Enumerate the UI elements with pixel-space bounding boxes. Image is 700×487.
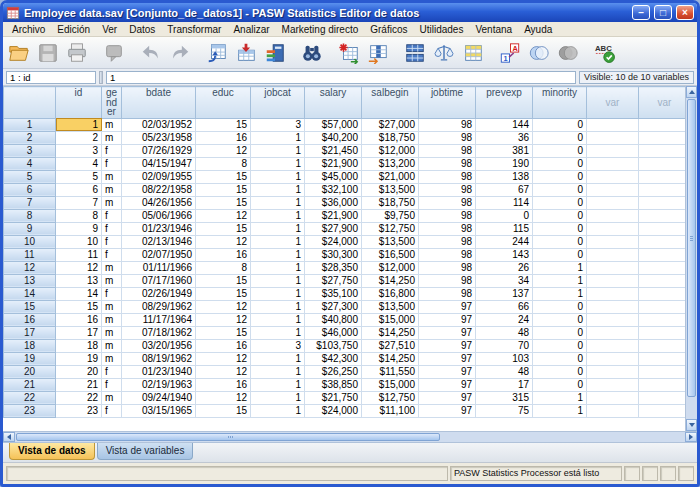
grid-cell[interactable]: 1 <box>251 235 305 248</box>
grid-cell[interactable]: 16 <box>56 313 102 326</box>
grid-cell[interactable]: 12 <box>196 144 251 157</box>
grid-cell[interactable]: 98 <box>419 274 476 287</box>
grid-cell[interactable]: m <box>102 300 122 313</box>
grid-cell[interactable]: 97 <box>419 300 476 313</box>
scroll-up-arrow-icon[interactable] <box>686 86 697 98</box>
grid-cell[interactable]: 315 <box>476 391 533 404</box>
row-header-17[interactable]: 17 <box>4 326 56 339</box>
menu-item-archivo[interactable]: Archivo <box>6 24 51 35</box>
row-header-14[interactable]: 14 <box>4 287 56 300</box>
grid-cell[interactable]: 36 <box>476 131 533 144</box>
grid-cell[interactable]: 12 <box>56 261 102 274</box>
grid-cell[interactable]: 12 <box>196 235 251 248</box>
grid-cell[interactable]: $27,300 <box>305 300 362 313</box>
grid-cell[interactable]: 15 <box>56 300 102 313</box>
grid-cell[interactable]: 114 <box>476 196 533 209</box>
corner-cell[interactable] <box>4 87 56 119</box>
grid-cell[interactable]: 1 <box>251 352 305 365</box>
grid-cell[interactable]: 98 <box>419 144 476 157</box>
grid-cell[interactable]: 1 <box>251 209 305 222</box>
grid-cell[interactable]: 19 <box>56 352 102 365</box>
grid-cell[interactable]: 0 <box>533 352 587 365</box>
grid-cell[interactable]: m <box>102 352 122 365</box>
grid-cell[interactable]: 0 <box>533 300 587 313</box>
scroll-right-arrow-icon[interactable] <box>685 432 697 442</box>
grid-cell[interactable]: 0 <box>533 131 587 144</box>
row-header-22[interactable]: 22 <box>4 391 56 404</box>
grid-cell[interactable]: 0 <box>533 196 587 209</box>
grid-cell[interactable]: 97 <box>419 378 476 391</box>
grid-cell[interactable]: 8 <box>196 261 251 274</box>
grid-cell[interactable]: 1 <box>251 261 305 274</box>
grid-cell[interactable]: 05/23/1958 <box>122 131 196 144</box>
grid-cell[interactable] <box>639 287 686 300</box>
grid-cell[interactable]: 02/09/1955 <box>122 170 196 183</box>
grid-cell[interactable]: 0 <box>533 183 587 196</box>
value-labels-icon[interactable]: A1 <box>497 40 522 66</box>
grid-cell[interactable]: 138 <box>476 170 533 183</box>
grid-cell[interactable]: 14 <box>56 287 102 300</box>
menu-item-ayuda[interactable]: Ayuda <box>518 24 558 35</box>
row-header-23[interactable]: 23 <box>4 404 56 417</box>
grid-cell[interactable]: 48 <box>476 326 533 339</box>
menu-item-ventana[interactable]: Ventana <box>469 24 518 35</box>
grid-cell[interactable]: 02/03/1952 <box>122 118 196 131</box>
grid-cell[interactable]: 98 <box>419 248 476 261</box>
grid-cell[interactable]: 15 <box>196 196 251 209</box>
grid-cell[interactable]: 2 <box>56 131 102 144</box>
grid-cell[interactable]: $45,000 <box>305 170 362 183</box>
grid-cell[interactable]: $32,100 <box>305 183 362 196</box>
row-header-3[interactable]: 3 <box>4 144 56 157</box>
grid-cell[interactable]: 1 <box>251 222 305 235</box>
grid-cell[interactable]: $21,450 <box>305 144 362 157</box>
grid-cell[interactable]: $21,000 <box>362 170 419 183</box>
grid-cell[interactable] <box>587 287 639 300</box>
grid-cell[interactable]: f <box>102 248 122 261</box>
grid-cell[interactable]: 01/23/1946 <box>122 222 196 235</box>
grid-cell[interactable]: 15 <box>196 183 251 196</box>
grid-cell[interactable]: $14,250 <box>362 274 419 287</box>
grid-cell[interactable]: 98 <box>419 261 476 274</box>
grid-cell[interactable]: 15 <box>196 404 251 417</box>
grid-cell[interactable]: 01/11/1966 <box>122 261 196 274</box>
grid-cell[interactable] <box>639 144 686 157</box>
grid-cell[interactable]: 1 <box>251 287 305 300</box>
grid-cell[interactable]: $46,000 <box>305 326 362 339</box>
column-header-gender[interactable]: gender <box>102 87 122 119</box>
grid-cell[interactable]: 0 <box>533 157 587 170</box>
grid-cell[interactable]: 07/26/1929 <box>122 144 196 157</box>
grid-cell[interactable]: 11/17/1964 <box>122 313 196 326</box>
row-header-4[interactable]: 4 <box>4 157 56 170</box>
row-header-2[interactable]: 2 <box>4 131 56 144</box>
grid-cell[interactable]: 07/18/1962 <box>122 326 196 339</box>
row-header-13[interactable]: 13 <box>4 274 56 287</box>
grid-cell[interactable]: 1 <box>251 391 305 404</box>
grid-cell[interactable] <box>639 209 686 222</box>
grid-cell[interactable]: 1 <box>251 326 305 339</box>
maximize-button[interactable]: □ <box>654 5 672 20</box>
grid-cell[interactable] <box>587 391 639 404</box>
grid-cell[interactable] <box>639 352 686 365</box>
grid-cell[interactable]: 8 <box>56 209 102 222</box>
grid-cell[interactable]: $13,500 <box>362 235 419 248</box>
menu-item-ver[interactable]: Ver <box>96 24 123 35</box>
column-header-jobtime[interactable]: jobtime <box>419 87 476 119</box>
variables-icon[interactable] <box>262 40 287 66</box>
row-header-21[interactable]: 21 <box>4 378 56 391</box>
grid-cell[interactable]: 1 <box>533 261 587 274</box>
grid-cell[interactable]: 16 <box>196 339 251 352</box>
grid-cell[interactable] <box>639 261 686 274</box>
grid-cell[interactable]: 1 <box>251 170 305 183</box>
grid-cell[interactable] <box>587 183 639 196</box>
grid-cell[interactable]: 0 <box>533 339 587 352</box>
grid-cell[interactable]: $9,750 <box>362 209 419 222</box>
grid-cell[interactable]: m <box>102 170 122 183</box>
grid-cell[interactable]: $57,000 <box>305 118 362 131</box>
grid-cell[interactable]: 08/29/1962 <box>122 300 196 313</box>
grid-cell[interactable]: 15 <box>196 326 251 339</box>
grid-cell[interactable]: 21 <box>56 378 102 391</box>
grid-cell[interactable]: 02/13/1946 <box>122 235 196 248</box>
grid-cell[interactable]: 97 <box>419 365 476 378</box>
grid-cell[interactable]: 17 <box>476 378 533 391</box>
grid-cell[interactable]: 17 <box>56 326 102 339</box>
